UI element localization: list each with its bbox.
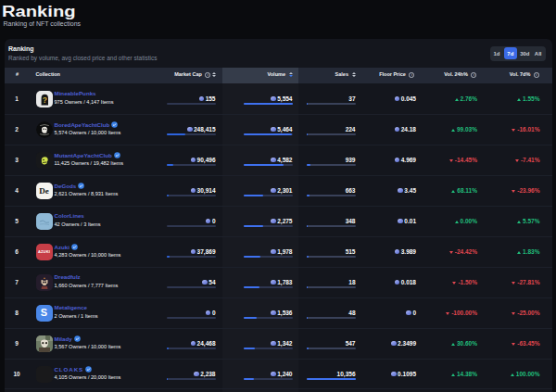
svg-text:?: ? bbox=[42, 95, 46, 104]
